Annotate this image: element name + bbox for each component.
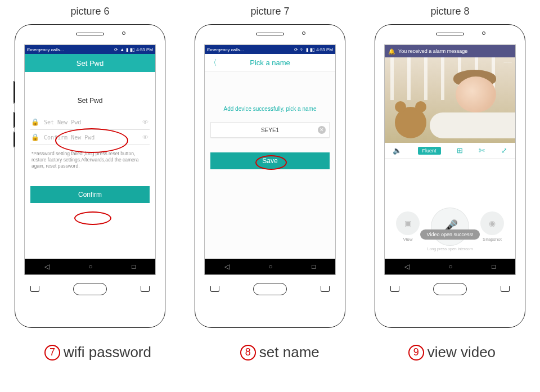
phone-frame-3: 🔔 You received a alarm message —— xyxy=(375,24,525,328)
mute-icon[interactable]: 🔈 xyxy=(393,146,402,155)
device-name-input[interactable]: SEYE1 ✕ xyxy=(210,122,330,138)
talk-hint: Long press open intercom xyxy=(428,247,473,251)
phone-frame-1: Emergency calls... ⟳ ▲ ▮ ▮▯ 4:53 PM Set … xyxy=(15,24,165,328)
battery-icon: ▮▯ xyxy=(130,47,134,52)
back-icon[interactable]: 〈 xyxy=(209,58,217,68)
bell-icon: 🔔 xyxy=(388,48,395,55)
view-label: View xyxy=(403,237,412,242)
wifi-icon: ᯤ xyxy=(300,47,304,52)
save-button[interactable]: Save xyxy=(210,152,330,169)
video-toolbar: 🔈 Fluent ⊞ ✄ ⤢ xyxy=(385,143,515,159)
android-nav-bar: ◁ ○ □ xyxy=(25,259,155,274)
clear-input-icon[interactable]: ✕ xyxy=(318,126,326,134)
nav-back-icon[interactable]: ◁ xyxy=(44,263,50,271)
phone-hw-buttons xyxy=(210,283,330,295)
picture-6-label: picture 6 xyxy=(70,6,109,17)
screen-pick-name: Emergency calls... ⟳ ᯤ ▮ ▮▯ 4:53 PM 〈 Pi… xyxy=(204,44,336,275)
phone-front-dot xyxy=(482,31,485,35)
android-nav-bar: ◁ ○ □ xyxy=(385,259,515,274)
scissors-icon[interactable]: ✄ xyxy=(479,146,485,155)
signal-icon: ▮ xyxy=(126,47,128,52)
phone-front-dot xyxy=(122,31,125,35)
eye-icon[interactable]: 👁 xyxy=(141,134,150,141)
hw-recents xyxy=(210,286,219,292)
nav-recents-icon[interactable]: □ xyxy=(492,263,496,271)
nav-recents-icon[interactable]: □ xyxy=(312,263,316,271)
confirm-button[interactable]: Confirm xyxy=(30,186,150,203)
sync-icon: ⟳ xyxy=(294,47,298,52)
nav-back-icon[interactable]: ◁ xyxy=(224,263,230,271)
quality-chip[interactable]: Fluent xyxy=(418,147,441,155)
section-title: Set Pwd xyxy=(78,97,103,105)
hw-home xyxy=(253,283,287,295)
screen-live-video: 🔔 You received a alarm message —— xyxy=(384,44,516,275)
confirm-password-field[interactable]: 🔒 Confirm New Pwd 👁 xyxy=(30,130,150,145)
hw-home xyxy=(73,283,107,295)
nav-recents-icon[interactable]: □ xyxy=(132,263,136,271)
video-preview[interactable]: —— xyxy=(385,57,515,143)
phone-side-button xyxy=(13,81,15,103)
picture-8-label: picture 8 xyxy=(430,6,469,17)
snapshot-button[interactable]: ◉ xyxy=(480,211,504,235)
hw-recents xyxy=(390,286,399,292)
phone-speaker xyxy=(256,33,284,35)
eye-icon[interactable]: 👁 xyxy=(141,119,150,125)
hw-back xyxy=(321,286,330,292)
video-content xyxy=(395,107,426,138)
phone-speaker xyxy=(76,33,104,35)
nav-home-icon[interactable]: ○ xyxy=(448,263,452,271)
android-nav-bar: ◁ ○ □ xyxy=(205,259,335,274)
device-name-value: SEYE1 xyxy=(261,127,279,133)
status-time: 4:53 PM xyxy=(316,47,333,52)
lock-icon: 🔒 xyxy=(30,118,39,126)
success-message: Add device successfully, pick a name xyxy=(224,106,317,112)
video-content xyxy=(456,76,496,112)
alarm-banner[interactable]: 🔔 You received a alarm message xyxy=(385,45,515,57)
status-left: Emergency calls... xyxy=(207,47,244,52)
status-bar: Emergency calls... ⟳ ᯤ ▮ ▮▯ 4:53 PM xyxy=(205,45,335,54)
video-content xyxy=(430,112,515,138)
nav-home-icon[interactable]: ○ xyxy=(268,263,272,271)
signal-icon: ▮ xyxy=(306,47,308,52)
app-bar: Set Pwd xyxy=(25,54,155,72)
toast-message: Video open success! xyxy=(420,229,480,240)
nav-home-icon[interactable]: ○ xyxy=(88,263,92,271)
step-number: 8 xyxy=(240,345,256,361)
nav-back-icon[interactable]: ◁ xyxy=(404,263,410,271)
screen-set-pwd: Emergency calls... ⟳ ▲ ▮ ▮▯ 4:53 PM Set … xyxy=(24,44,156,275)
step-number: 7 xyxy=(44,345,60,361)
phone-speaker xyxy=(436,33,464,35)
lock-icon: 🔒 xyxy=(30,133,39,141)
grid-icon[interactable]: ⊞ xyxy=(457,146,463,155)
phone-hw-buttons xyxy=(390,283,510,295)
step-text: wifi password xyxy=(64,344,151,361)
confirm-password-placeholder: Confirm New Pwd xyxy=(44,134,136,141)
app-bar-title: Set Pwd xyxy=(76,59,104,67)
new-password-field[interactable]: 🔒 Set New Pwd 👁 xyxy=(30,115,150,130)
controls-panel: ▣ View 🎤 ◉ Snapshot Long press open inte… xyxy=(385,159,515,259)
phone-side-button xyxy=(13,112,15,128)
talk-button[interactable]: 🎤 xyxy=(431,208,469,246)
step-7-caption: 7 wifi password xyxy=(44,344,151,361)
view-button[interactable]: ▣ xyxy=(396,211,420,235)
wifi-icon: ▲ xyxy=(120,47,124,52)
phone-front-dot xyxy=(302,31,305,35)
picture-7-label: picture 7 xyxy=(250,6,289,17)
status-bar: Emergency calls... ⟳ ▲ ▮ ▮▯ 4:53 PM xyxy=(25,45,155,54)
new-password-placeholder: Set New Pwd xyxy=(44,119,136,125)
step-9-caption: 9 view video xyxy=(408,344,496,361)
password-note: *Password setting failed ,long press res… xyxy=(30,151,150,169)
phone-frame-2: Emergency calls... ⟳ ᯤ ▮ ▮▯ 4:53 PM 〈 Pi… xyxy=(195,24,345,328)
phone-side-button xyxy=(13,132,15,147)
battery-icon: ▮▯ xyxy=(310,47,314,52)
step-text: set name xyxy=(259,344,320,361)
step-8-caption: 8 set name xyxy=(240,344,320,361)
fullscreen-icon[interactable]: ⤢ xyxy=(501,146,507,155)
snapshot-label: Snapshot xyxy=(483,237,502,242)
step-text: view video xyxy=(428,344,496,361)
hw-recents xyxy=(30,286,39,292)
hw-back xyxy=(141,286,150,292)
phone-hw-buttons xyxy=(30,283,150,295)
status-time: 4:53 PM xyxy=(136,47,153,52)
status-icons: ⟳ ▲ ▮ ▮▯ 4:53 PM xyxy=(114,47,153,52)
